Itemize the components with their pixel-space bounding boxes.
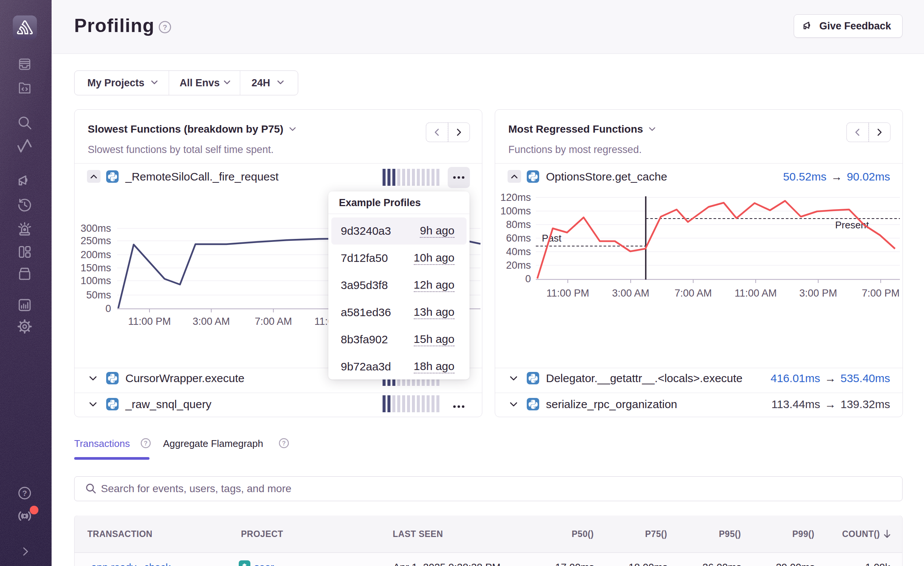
svg-text:?: ? xyxy=(144,440,148,447)
svg-text:7:00 AM: 7:00 AM xyxy=(674,288,712,299)
svg-text:300ms: 300ms xyxy=(81,223,111,234)
svg-text:200ms: 200ms xyxy=(81,249,111,260)
svg-text:11:00 PM: 11:00 PM xyxy=(546,288,589,299)
svg-text:3:00 AM: 3:00 AM xyxy=(612,288,649,299)
svg-text:120ms: 120ms xyxy=(500,192,531,203)
svg-text:?: ? xyxy=(282,440,286,447)
svg-text:150ms: 150ms xyxy=(81,262,111,274)
svg-text:40ms: 40ms xyxy=(506,246,531,257)
svg-text:3:00 PM: 3:00 PM xyxy=(799,288,837,299)
svg-text:100ms: 100ms xyxy=(500,205,531,217)
svg-text:100ms: 100ms xyxy=(81,275,111,286)
svg-text:80ms: 80ms xyxy=(506,219,531,230)
svg-text:0: 0 xyxy=(525,273,531,285)
svg-text:?: ? xyxy=(163,23,167,31)
svg-text:50ms: 50ms xyxy=(86,289,111,301)
svg-text:3:00 AM: 3:00 AM xyxy=(192,316,230,327)
svg-text:60ms: 60ms xyxy=(506,233,531,244)
svg-text:7:00 AM: 7:00 AM xyxy=(255,316,292,327)
svg-text:0: 0 xyxy=(105,303,111,314)
svg-text:250ms: 250ms xyxy=(81,235,111,246)
svg-text:?: ? xyxy=(22,489,27,497)
svg-text:11:00 PM: 11:00 PM xyxy=(128,316,171,327)
svg-text:11:00 AM: 11:00 AM xyxy=(735,288,777,299)
svg-text:20ms: 20ms xyxy=(506,260,531,271)
svg-text:7:00 PM: 7:00 PM xyxy=(862,288,900,299)
